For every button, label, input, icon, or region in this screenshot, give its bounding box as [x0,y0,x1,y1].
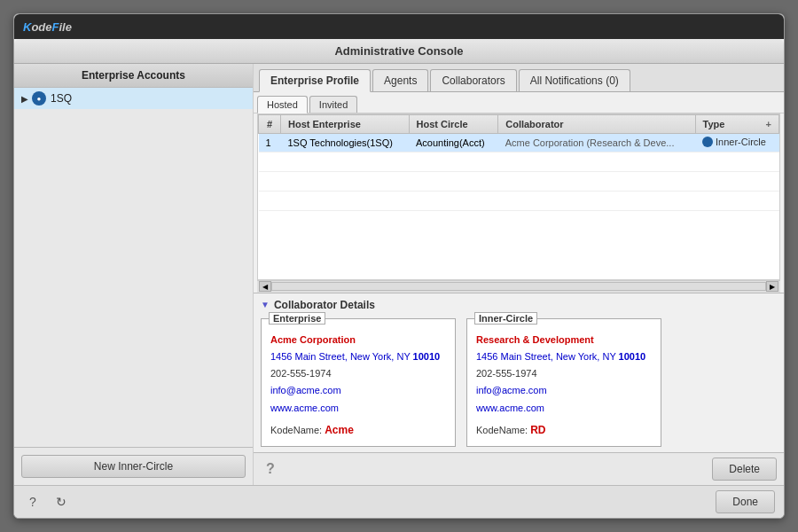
table-row[interactable]: 1 1SQ Technologies(1SQ) Acounting(Acct) … [259,134,779,153]
cell-host-circle: Acounting(Acct) [409,134,498,153]
bottom-icons: ? ↻ [23,492,71,512]
enterprise-name: Acme Corporation [270,334,356,345]
bottom-refresh-icon[interactable]: ↻ [51,492,71,512]
sidebar-header: Enterprise Accounts [14,64,253,88]
tree-arrow-icon: ▶ [21,94,28,104]
app-logo: KodeFile [23,20,72,34]
innercircle-address: 1456 Main Street, New York, NY 10010 [476,351,645,362]
tab-enterprise-profile[interactable]: Enterprise Profile [259,69,371,92]
enterprise-card: Enterprise Acme Corporation 1456 Main St… [261,318,456,447]
main-panel-actions: ? Delete [254,452,784,485]
cell-type: Inner-Circle [695,134,778,153]
collaborators-table-container: # Host Enterprise Host Circle Collaborat… [257,113,780,280]
table-row-empty-1 [259,153,779,172]
table-row-empty-2 [259,172,779,192]
account-icon: ● [32,91,46,106]
horizontal-scrollbar[interactable]: ◀ ▶ [257,280,780,293]
enterprise-email: info@acme.com [270,385,341,395]
col-host-enterprise: Host Enterprise [281,115,410,134]
innercircle-card-body: Research & Development 1456 Main Street,… [476,332,652,439]
cell-num: 1 [259,134,281,153]
innercircle-email: info@acme.com [476,385,547,395]
sub-tabs-bar: Hosted Invited [254,92,784,113]
sidebar-account-label: 1SQ [51,92,72,105]
collaborator-details-section: ▼ Collaborator Details Enterprise Acme C… [254,293,784,452]
details-header: ▼ Collaborator Details [261,299,777,311]
cell-host-enterprise: 1SQ Technologies(1SQ) [281,134,410,153]
title-bar: Administrative Console [14,39,784,64]
enterprise-kodename-label: KodeName: [270,425,325,435]
col-num: # [259,115,281,134]
tab-all-notifications[interactable]: All Notifications (0) [519,69,630,91]
table-header-row: # Host Enterprise Host Circle Collaborat… [259,115,779,134]
delete-button[interactable]: Delete [712,458,777,481]
details-section-title: Collaborator Details [274,299,375,311]
innercircle-name: Research & Development [476,334,594,345]
col-type: Type + [695,115,778,134]
sidebar: Enterprise Accounts ▶ ● 1SQ New Inner-Ci… [14,64,254,485]
enterprise-address: 1456 Main Street, New York, NY 10010 [270,351,440,362]
new-inner-circle-button[interactable]: New Inner-Circle [21,455,246,478]
inner-circle-dot-icon [702,137,713,147]
bottom-help-icon[interactable]: ? [23,492,43,512]
tab-collaborators[interactable]: Collaborators [430,69,516,91]
collapse-arrow-icon[interactable]: ▼ [261,300,270,309]
cell-collaborator: Acme Corporation (Research & Deve... [498,134,695,153]
enterprise-kodename-val: Acme [325,424,354,436]
enterprise-card-legend: Enterprise [269,312,325,325]
enterprise-card-body: Acme Corporation 1456 Main Street, New Y… [270,332,446,439]
enterprise-phone: 202-555-1974 [270,368,332,379]
tabs-bar: Enterprise Profile Agents Collaborators … [254,64,784,92]
main-panel: Enterprise Profile Agents Collaborators … [254,64,784,485]
innercircle-website: www.acme.com [476,403,544,413]
sidebar-footer: New Inner-Circle [14,447,253,485]
col-host-circle: Host Circle [409,115,498,134]
sub-tab-hosted[interactable]: Hosted [257,96,308,113]
table-row-empty-3 [259,192,779,211]
scroll-left-button[interactable]: ◀ [259,281,271,292]
innercircle-phone: 202-555-1974 [476,368,537,379]
innercircle-kodename-val: RD [530,424,545,436]
enterprise-website: www.acme.com [270,403,339,413]
innercircle-card: Inner-Circle Research & Development 1456… [466,318,661,447]
details-cards: Enterprise Acme Corporation 1456 Main St… [261,318,777,447]
tab-agents[interactable]: Agents [372,69,428,91]
help-button[interactable]: ? [261,459,280,479]
window-bottom-bar: ? ↻ Done [14,485,784,518]
sub-tab-invited[interactable]: Invited [309,96,357,113]
app-header: KodeFile [14,14,784,39]
add-column-button[interactable]: + [766,119,771,129]
collaborators-table: # Host Enterprise Host Circle Collaborat… [258,114,779,211]
innercircle-kodename-label: KodeName: [476,425,530,435]
innercircle-card-legend: Inner-Circle [474,312,537,325]
content-area: Enterprise Accounts ▶ ● 1SQ New Inner-Ci… [14,64,784,485]
scroll-right-button[interactable]: ▶ [766,281,778,292]
scroll-bar-thumb[interactable] [271,282,766,291]
sidebar-item-1sq[interactable]: ▶ ● 1SQ [14,88,253,109]
window-title: Administrative Console [334,44,463,58]
col-collaborator: Collaborator [498,115,695,134]
done-button[interactable]: Done [716,490,775,513]
